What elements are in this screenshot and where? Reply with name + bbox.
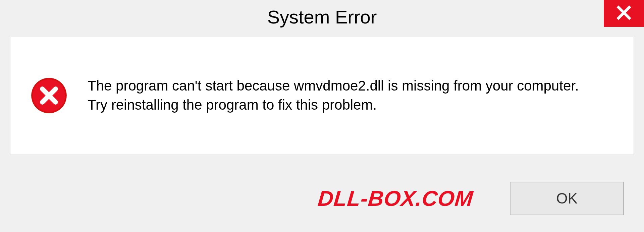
content-panel: The program can't start because wmvdmoe2…	[10, 37, 634, 154]
error-dialog: System Error The program can't start bec…	[0, 0, 644, 232]
error-icon	[31, 77, 67, 114]
titlebar: System Error	[0, 0, 644, 34]
error-message: The program can't start because wmvdmoe2…	[88, 76, 579, 114]
watermark-text: DLL-BOX.COM	[317, 186, 474, 211]
ok-button[interactable]: OK	[510, 182, 624, 215]
close-icon	[616, 5, 632, 22]
footer: DLL-BOX.COM OK	[0, 182, 644, 215]
close-button[interactable]	[604, 0, 644, 27]
dialog-title: System Error	[267, 6, 377, 28]
